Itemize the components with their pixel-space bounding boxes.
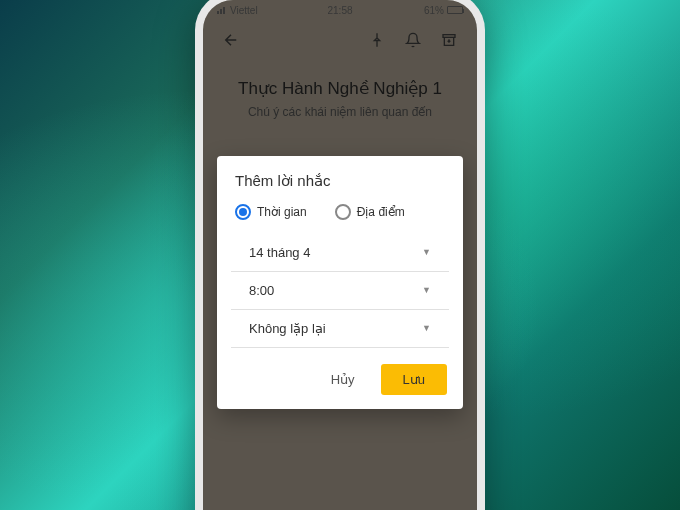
- modal-overlay: Thêm lời nhắc Thời gian Địa điểm 14 thán…: [203, 0, 477, 510]
- time-value: 8:00: [249, 283, 274, 298]
- date-value: 14 tháng 4: [249, 245, 310, 260]
- repeat-select[interactable]: Không lặp lại ▼: [231, 310, 449, 348]
- radio-unselected-icon: [335, 204, 351, 220]
- save-button[interactable]: Lưu: [381, 364, 447, 395]
- repeat-value: Không lặp lại: [249, 321, 326, 336]
- radio-time-label: Thời gian: [257, 205, 307, 219]
- radio-place-label: Địa điểm: [357, 205, 405, 219]
- reminder-dialog: Thêm lời nhắc Thời gian Địa điểm 14 thán…: [217, 156, 463, 409]
- time-select[interactable]: 8:00 ▼: [231, 272, 449, 310]
- radio-selected-icon: [235, 204, 251, 220]
- chevron-down-icon: ▼: [422, 323, 431, 333]
- chevron-down-icon: ▼: [422, 285, 431, 295]
- date-select[interactable]: 14 tháng 4 ▼: [231, 234, 449, 272]
- cancel-button[interactable]: Hủy: [315, 364, 371, 395]
- dialog-title: Thêm lời nhắc: [217, 172, 463, 204]
- radio-time-option[interactable]: Thời gian: [235, 204, 307, 220]
- screen: Viettel 21:58 61% Thực Hành Nghề Ngh: [203, 0, 477, 510]
- chevron-down-icon: ▼: [422, 247, 431, 257]
- phone-frame: Viettel 21:58 61% Thực Hành Nghề Ngh: [195, 0, 485, 510]
- radio-place-option[interactable]: Địa điểm: [335, 204, 405, 220]
